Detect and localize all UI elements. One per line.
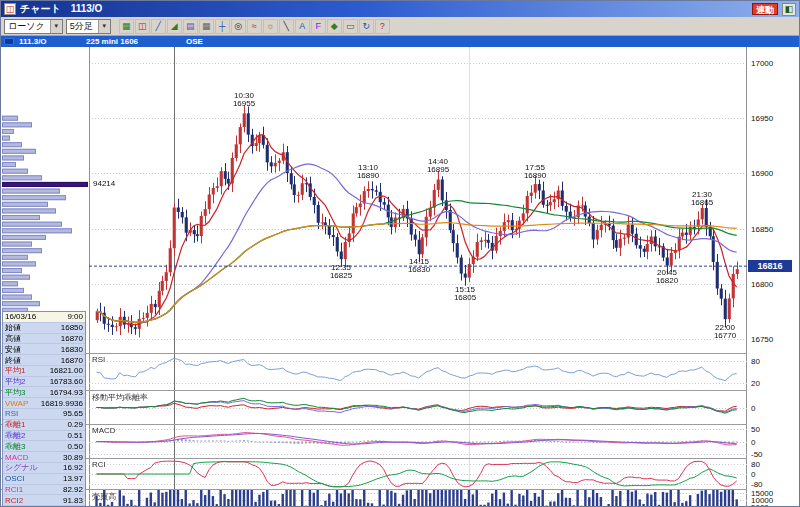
chevron-down-icon: ▼ <box>50 20 62 33</box>
price-annotation: 22:0016770 <box>708 324 742 340</box>
help-icon[interactable]: ? <box>375 19 390 34</box>
indicator-icon[interactable]: ≈ <box>247 19 262 34</box>
print-icon[interactable]: ▭ <box>343 19 358 34</box>
exchange-label: OSE <box>186 37 203 46</box>
price-tick-label: 17000 <box>751 59 773 68</box>
timeframe-value: 5分足 <box>70 20 93 33</box>
compare-chart-icon[interactable]: ▤ <box>183 19 198 34</box>
pane-label-deviation: 移動平均乖離率 <box>92 392 148 403</box>
indicator-tick-label: 0 <box>751 438 755 447</box>
quote-row: 高値16870 <box>3 334 85 345</box>
price-annotation: 14:4016895 <box>421 158 455 174</box>
price-tick-label: 16850 <box>751 225 773 234</box>
quote-row: 終値16870 <box>3 355 85 366</box>
indicator-tick-label: 20 <box>751 379 760 388</box>
quote-row: 平均216783.60 <box>3 377 85 388</box>
price-chart-canvas[interactable] <box>1 47 747 507</box>
quote-row: シグナル16.92 <box>3 463 85 474</box>
text-tool-icon[interactable]: A <box>295 19 310 34</box>
quote-row: RSI95.65 <box>3 409 85 420</box>
pane-label-volume: 売買高 <box>92 491 116 502</box>
quote-panel: 16/03/169:00始値16850高値16870安値16830終値16870… <box>2 311 86 507</box>
refresh-icon[interactable]: ↻ <box>359 19 374 34</box>
chart-area: 17000169501690016850168001675080200500-5… <box>1 47 799 507</box>
candlestick-icon[interactable]: ◫ <box>135 19 150 34</box>
price-annotation: 20:4516820 <box>650 269 684 285</box>
chart-type-value: ローソク <box>8 20 45 33</box>
indicator-tick-label: 0 <box>751 470 755 479</box>
toolbar: ローソク ▼ 5分足 ▼ ▦◫╱◢▤▦┼◎≈☼╲AF◆▭↻? <box>1 17 799 36</box>
quote-row: RCI182.92 <box>3 485 85 496</box>
pane-label-rci: RCI <box>92 460 106 469</box>
current-price-badge: 16816 <box>748 260 792 272</box>
linked-badge[interactable]: 連動 <box>752 3 778 15</box>
grid-icon[interactable]: ▦ <box>199 19 214 34</box>
price-annotation: 10:3016955 <box>227 92 261 108</box>
volume-profile-poc-label: 94214 <box>93 179 115 188</box>
price-annotation: 14:1516830 <box>402 258 436 274</box>
quote-row: 乖離30.50 <box>3 441 85 452</box>
price-tick-label: 16900 <box>751 169 773 178</box>
info-bar-grip <box>4 38 14 45</box>
pane-label-rsi: RSI <box>92 355 105 364</box>
indicator-tick-label: 5000 <box>751 503 769 507</box>
indicator-tick-label: -50 <box>751 450 763 459</box>
quote-header-row: 16/03/169:00 <box>3 312 85 323</box>
chevron-down-icon: ▼ <box>98 20 110 33</box>
chart-window: ◫ チャート 1113/O 連動 ◧ ローソク ▼ 5分足 ▼ ▦◫╱◢▤▦┼◎… <box>0 0 800 507</box>
quote-row: 安値16830 <box>3 344 85 355</box>
quote-date: 16/03/16 <box>5 312 36 321</box>
toolbar-icons: ▦◫╱◢▤▦┼◎≈☼╲AF◆▭↻? <box>119 19 390 34</box>
quote-row: 平均116821.00 <box>3 366 85 377</box>
crosshair-icon[interactable]: ┼ <box>215 19 230 34</box>
chart-app-icon: ◫ <box>4 3 16 15</box>
bar-chart-icon[interactable]: ▦ <box>119 19 134 34</box>
pane-label-macd: MACD <box>92 426 116 435</box>
quote-row: 平均316794.93 <box>3 387 85 398</box>
price-annotation: 12:3516825 <box>324 264 358 280</box>
timeframe-select[interactable]: 5分足 ▼ <box>66 19 111 34</box>
draw-line-icon[interactable]: ╲ <box>279 19 294 34</box>
quote-row: VWAP16819.9936 <box>3 398 85 409</box>
area-chart-icon[interactable]: ◢ <box>167 19 182 34</box>
symbol-label: 111.3/O <box>19 37 47 46</box>
price-tick-label: 16950 <box>751 114 773 123</box>
price-annotation: 17:5516890 <box>518 164 552 180</box>
quote-time: 9:00 <box>67 312 83 321</box>
info-bar: 111.3/O 225 mini 1606 OSE <box>1 36 799 47</box>
instrument-label: 225 mini 1606 <box>86 37 138 46</box>
indicator-tick-label: 80 <box>751 460 760 469</box>
price-annotation: 13:1016890 <box>351 164 385 180</box>
price-tick-label: 16800 <box>751 280 773 289</box>
settings-icon[interactable]: ☼ <box>263 19 278 34</box>
window-title: チャート 1113/O <box>20 2 102 16</box>
quote-row: RCI291.83 <box>3 495 85 506</box>
chart-type-select[interactable]: ローソク ▼ <box>4 19 63 34</box>
indicator-tick-label: 50 <box>751 425 760 434</box>
zoom-icon[interactable]: ◎ <box>231 19 246 34</box>
quote-row: 始値16850 <box>3 323 85 334</box>
quote-row: 乖離10.29 <box>3 420 85 431</box>
line-chart-icon[interactable]: ╱ <box>151 19 166 34</box>
price-annotation: 15:1516805 <box>448 286 482 302</box>
price-tick-label: 16750 <box>751 335 773 344</box>
indicator-tick-label: 80 <box>751 357 760 366</box>
indicator-tick-label: 0 <box>751 404 755 413</box>
price-annotation: 21:3016865 <box>685 191 719 207</box>
fibonacci-icon[interactable]: F <box>311 19 326 34</box>
quote-row: MACD30.89 <box>3 452 85 463</box>
quote-row: 乖離20.51 <box>3 431 85 442</box>
save-icon[interactable]: ◆ <box>327 19 342 34</box>
window-menu-icon[interactable]: ◧ <box>782 3 796 16</box>
quote-row: OSCI13.97 <box>3 474 85 485</box>
title-bar[interactable]: ◫ チャート 1113/O 連動 ◧ <box>1 1 799 17</box>
